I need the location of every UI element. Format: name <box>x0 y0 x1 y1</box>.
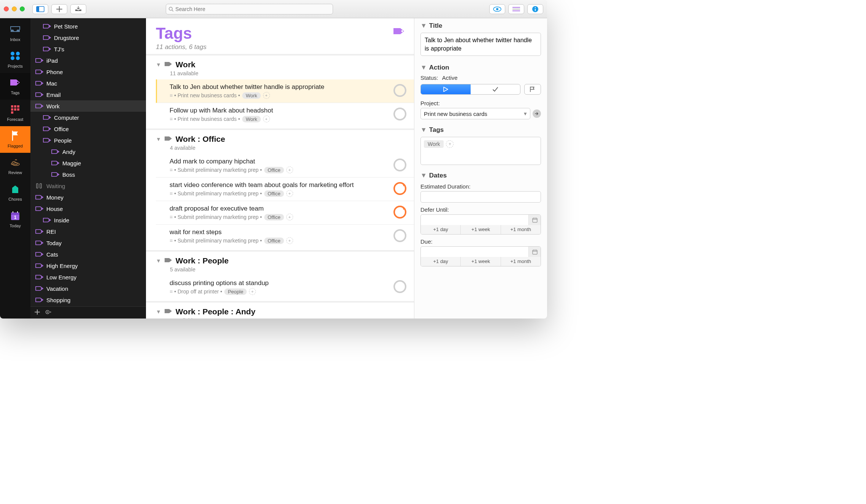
task-row[interactable]: wait for next steps≡• Submit preliminary… <box>156 225 414 248</box>
tag-row-today[interactable]: Today <box>30 237 146 249</box>
group-header[interactable]: ▼Work : Office <box>156 134 414 144</box>
drag-handle-icon[interactable]: ≡ <box>170 214 172 220</box>
chevron-down-icon[interactable]: ▼ <box>420 172 427 179</box>
chevron-down-icon[interactable]: ▼ <box>156 136 161 142</box>
perspective-tags[interactable]: Tags <box>0 73 30 100</box>
chevron-down-icon[interactable]: ▼ <box>420 126 427 134</box>
tag-row-inside[interactable]: Inside <box>30 214 146 226</box>
tag-row-people[interactable]: People <box>30 135 146 146</box>
add-tag-chip-button[interactable]: + <box>446 140 454 148</box>
tag-row-house[interactable]: House <box>30 203 146 214</box>
perspective-forecast[interactable]: Forecast <box>0 100 30 126</box>
tag-row-ipad[interactable]: iPad <box>30 55 146 66</box>
add-tag-chip-button[interactable]: + <box>286 237 293 244</box>
tag-chip[interactable]: People <box>224 288 246 295</box>
due-calendar-button[interactable] <box>528 247 541 257</box>
close-window-button[interactable] <box>4 6 9 11</box>
toggle-inspector-button[interactable] <box>527 4 543 14</box>
tag-row-tj-s[interactable]: TJ's <box>30 43 146 55</box>
perspective-review[interactable]: Review <box>0 153 30 179</box>
project-select[interactable]: Print new business cards ▾ <box>420 108 530 119</box>
drag-handle-icon[interactable]: ≡ <box>170 167 172 173</box>
flag-toggle[interactable] <box>524 84 541 95</box>
tag-row-office[interactable]: Office <box>30 123 146 135</box>
defer-plus-1-day[interactable]: +1 day <box>421 225 461 234</box>
add-tag-chip-button[interactable]: + <box>286 166 293 173</box>
toggle-sidebar-button[interactable] <box>32 4 48 14</box>
complete-checkbox[interactable] <box>393 205 407 220</box>
sidebar-settings-button[interactable] <box>45 309 52 316</box>
tag-chip[interactable]: Work <box>242 92 260 99</box>
add-tag-chip-button[interactable]: + <box>286 190 293 197</box>
add-tag-button[interactable] <box>34 309 40 316</box>
perspective-flagged[interactable]: Flagged <box>0 126 30 153</box>
add-tag-chip-button[interactable]: + <box>249 288 256 295</box>
chevron-down-icon[interactable]: ▼ <box>420 64 427 71</box>
zoom-window-button[interactable] <box>20 6 25 11</box>
chevron-down-icon[interactable]: ▼ <box>156 258 161 264</box>
perspective-today[interactable]: 1Today <box>0 206 30 233</box>
search-field[interactable] <box>166 4 333 14</box>
view-options-button[interactable] <box>489 4 505 14</box>
status-active-segment[interactable] <box>421 84 471 94</box>
tag-row-waiting[interactable]: Waiting <box>30 180 146 192</box>
status-completed-segment[interactable] <box>471 84 520 94</box>
drag-handle-icon[interactable]: ≡ <box>170 92 172 98</box>
due-plus-1-week[interactable]: +1 week <box>461 257 501 266</box>
status-segmented-control[interactable] <box>420 84 520 95</box>
drag-handle-icon[interactable]: ≡ <box>170 116 172 122</box>
tag-row-drugstore[interactable]: Drugstore <box>30 32 146 43</box>
outline-filter-button[interactable] <box>508 4 524 14</box>
estimated-duration-input[interactable] <box>421 192 541 202</box>
due-plus-1-day[interactable]: +1 day <box>421 257 461 266</box>
tag-row-andy[interactable]: Andy <box>30 146 146 157</box>
tag-row-email[interactable]: Email <box>30 89 146 100</box>
tag-chip[interactable]: Office <box>264 167 284 173</box>
defer-calendar-button[interactable] <box>528 215 541 225</box>
tag-row-computer[interactable]: Computer <box>30 112 146 123</box>
complete-checkbox[interactable] <box>393 158 407 173</box>
quick-entry-button[interactable] <box>70 4 86 14</box>
perspective-chores[interactable]: Chores <box>0 179 30 206</box>
tag-row-boss[interactable]: Boss <box>30 169 146 180</box>
tag-row-money[interactable]: Money <box>30 192 146 203</box>
group-header[interactable]: ▼Work : People <box>156 255 414 265</box>
tag-chip[interactable]: Work <box>424 140 444 148</box>
tag-row-vacation[interactable]: Vacation <box>30 283 146 294</box>
due-plus-1-month[interactable]: +1 month <box>501 257 541 266</box>
search-input[interactable] <box>175 6 330 12</box>
perspective-inbox[interactable]: Inbox <box>0 20 30 46</box>
task-row[interactable]: Talk to Jen about whether twitter handle… <box>156 79 414 103</box>
tag-row-high-energy[interactable]: High Energy <box>30 260 146 271</box>
chevron-down-icon[interactable]: ▼ <box>156 309 161 315</box>
goto-project-button[interactable] <box>533 109 541 118</box>
drag-handle-icon[interactable]: ≡ <box>170 238 172 244</box>
tag-row-pet-store[interactable]: Pet Store <box>30 21 146 32</box>
tag-row-low-energy[interactable]: Low Energy <box>30 271 146 283</box>
defer-plus-1-week[interactable]: +1 week <box>461 225 501 234</box>
task-row[interactable]: Add mark to company hipchat≡• Submit pre… <box>156 154 414 178</box>
task-row[interactable]: discuss printing options at standup≡• Dr… <box>156 276 414 299</box>
task-row[interactable]: Follow up with Mark about headshot≡• Pri… <box>156 103 414 126</box>
tag-chip[interactable]: Office <box>264 238 284 244</box>
group-header[interactable]: ▼Work : People : Andy <box>156 306 414 316</box>
add-tag-chip-button[interactable]: + <box>263 92 270 99</box>
due-input[interactable] <box>421 247 528 257</box>
minimize-window-button[interactable] <box>12 6 17 11</box>
title-input[interactable] <box>420 33 541 56</box>
tag-chip[interactable]: Office <box>264 214 284 220</box>
tags-input[interactable]: Work + <box>420 137 541 165</box>
add-tag-chip-button[interactable]: + <box>263 116 270 122</box>
tag-row-work[interactable]: Work <box>30 100 146 112</box>
drag-handle-icon[interactable]: ≡ <box>170 190 172 197</box>
chevron-down-icon[interactable]: ▼ <box>420 22 427 30</box>
perspective-projects[interactable]: Projects <box>0 46 30 73</box>
tag-row-phone[interactable]: Phone <box>30 66 146 78</box>
tag-chip[interactable]: Work <box>242 116 260 122</box>
complete-checkbox[interactable] <box>393 279 407 295</box>
group-header[interactable]: ▼Work <box>156 59 414 69</box>
defer-plus-1-month[interactable]: +1 month <box>501 225 541 234</box>
task-row[interactable]: draft proposal for executive team≡• Subm… <box>156 201 414 225</box>
tag-row-cats[interactable]: Cats <box>30 249 146 260</box>
tag-row-maggie[interactable]: Maggie <box>30 157 146 169</box>
